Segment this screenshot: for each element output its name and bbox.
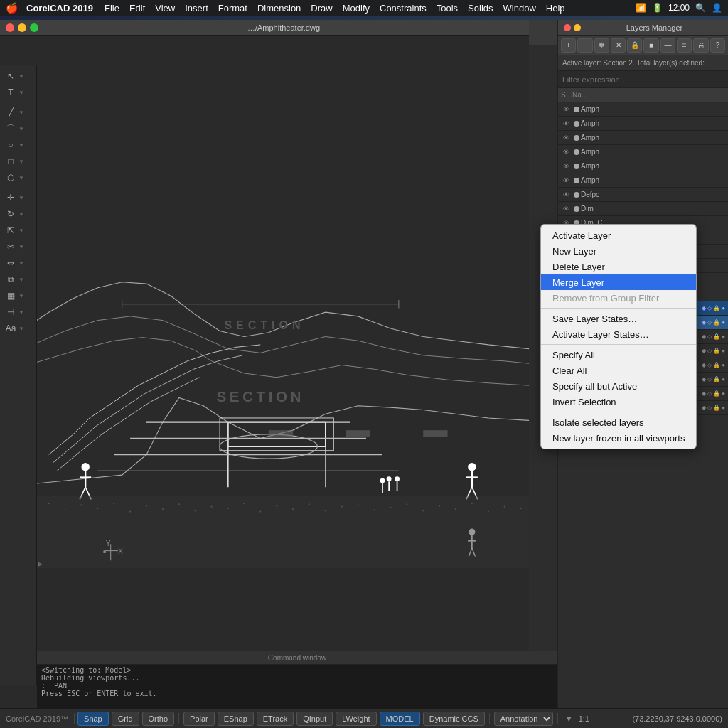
menu-insert[interactable]: Insert	[185, 3, 208, 14]
text-tool[interactable]: T	[3, 85, 18, 100]
polyline-dropdown[interactable]: ▼	[18, 170, 24, 186]
layers-close2-btn[interactable]: ✕	[611, 38, 626, 53]
ctx-clear-all[interactable]: Clear All	[541, 363, 696, 378]
menu-modify[interactable]: Modify	[343, 3, 370, 14]
move-tool[interactable]: ✛	[3, 190, 18, 205]
layer-row-defpc[interactable]: 👁 Defpc	[558, 188, 728, 202]
snap-button[interactable]: Snap	[77, 712, 109, 726]
layer-row-amph6[interactable]: 👁 Amph	[558, 173, 728, 188]
ctx-activate-layer[interactable]: Activate Layer	[541, 228, 696, 243]
menu-tools[interactable]: Tools	[437, 3, 458, 14]
ctx-isolate-selected-layers[interactable]: Isolate selected layers	[541, 414, 696, 430]
ctx-delete-layer[interactable]: Delete Layer	[541, 259, 696, 274]
scale-tool[interactable]: ⇱	[3, 223, 18, 238]
trim-tool[interactable]: ✂	[3, 239, 18, 255]
layers-help-btn[interactable]: ?	[710, 38, 725, 53]
layers-lineweight-btn[interactable]: ≡	[677, 38, 692, 53]
menu-file[interactable]: File	[105, 3, 119, 14]
ctx-remove-group-filter[interactable]: Remove from Group Filter	[541, 290, 696, 306]
text-dropdown[interactable]: ▼	[18, 85, 24, 100]
layer-row-amph5[interactable]: 👁 Amph	[558, 159, 728, 173]
menu-view[interactable]: View	[155, 3, 175, 14]
layers-min-btn[interactable]	[574, 24, 581, 31]
hatch-tool[interactable]: ▦	[3, 288, 18, 304]
layers-color-btn[interactable]: ■	[643, 38, 658, 53]
layer-row-dim[interactable]: 👁 Dim	[558, 202, 728, 216]
select-dropdown[interactable]: ▼	[18, 68, 24, 84]
layer-visibility-icon[interactable]: 👁	[561, 190, 571, 200]
layer-visibility-icon[interactable]: 👁	[561, 147, 571, 157]
grid-button[interactable]: Grid	[112, 712, 139, 726]
menu-help[interactable]: Help	[546, 3, 565, 14]
ctx-specify-all[interactable]: Specify All	[541, 347, 696, 363]
layer-row-amph2[interactable]: 👁 Amph	[558, 117, 728, 131]
menu-window[interactable]: Window	[503, 3, 536, 14]
dim-tool[interactable]: ⊣	[3, 304, 18, 320]
app-name-menu[interactable]: CorelCAD 2019	[26, 3, 93, 14]
polar-button[interactable]: Polar	[183, 712, 215, 726]
layers-freeze-btn[interactable]: ❄	[594, 38, 609, 53]
scale-dropdown[interactable]: ▼	[18, 223, 24, 238]
ctx-specify-all-but-active[interactable]: Specify all but Active	[541, 378, 696, 394]
ctx-merge-layer[interactable]: Merge Layer	[541, 274, 696, 290]
qinput-button[interactable]: QInput	[296, 712, 333, 726]
menu-constraints[interactable]: Constraints	[380, 3, 427, 14]
layer-visibility-icon[interactable]: 👁	[561, 161, 571, 171]
rotate-dropdown[interactable]: ▼	[18, 206, 24, 222]
polyline-tool[interactable]: ⬡	[3, 170, 18, 186]
etrack-button[interactable]: ETrack	[257, 712, 294, 726]
close-button[interactable]	[6, 23, 14, 32]
mirror-tool[interactable]: ⇔	[3, 255, 18, 271]
layer-visibility-icon[interactable]: 👁	[561, 176, 571, 186]
search-icon[interactable]: 🔍	[695, 3, 706, 13]
ctx-invert-selection[interactable]: Invert Selection	[541, 394, 696, 410]
ctx-new-layer[interactable]: New Layer	[541, 243, 696, 259]
minimize-button[interactable]	[18, 23, 26, 32]
line-tool[interactable]: ╱	[3, 105, 18, 120]
layer-row-amph3[interactable]: 👁 Amph	[558, 131, 728, 145]
rotate-tool[interactable]: ↻	[3, 206, 18, 222]
dim-dropdown[interactable]: ▼	[18, 304, 24, 320]
filter-input[interactable]	[558, 71, 728, 88]
layer-row-amph1[interactable]: 👁 Amph	[558, 102, 728, 117]
line-dropdown[interactable]: ▼	[18, 105, 24, 120]
circle-tool[interactable]: ○	[3, 137, 18, 153]
annotation-select[interactable]: Annotation	[494, 712, 553, 726]
offset-tool[interactable]: ⧉	[3, 272, 18, 287]
layer-row-amph4[interactable]: 👁 Amph	[558, 145, 728, 159]
select-tool[interactable]: ↖	[3, 68, 18, 84]
esnap-button[interactable]: ESnap	[218, 712, 254, 726]
ctx-new-layer-frozen[interactable]: New layer frozen in all viewports	[541, 430, 696, 446]
rect-tool[interactable]: □	[3, 154, 18, 169]
layer-visibility-icon[interactable]: 👁	[561, 133, 571, 143]
menu-dimension[interactable]: Dimension	[257, 3, 301, 14]
move-dropdown[interactable]: ▼	[18, 190, 24, 205]
rect-dropdown[interactable]: ▼	[18, 154, 24, 169]
apple-menu-icon[interactable]: 🍎	[6, 2, 18, 14]
ctx-activate-layer-states[interactable]: Activate Layer States…	[541, 326, 696, 342]
lweight-button[interactable]: LWeight	[336, 712, 376, 726]
text2-tool[interactable]: Aa	[3, 321, 18, 336]
drawing-area[interactable]: SECTION X Y	[0, 36, 529, 711]
layers-linetype-btn[interactable]: —	[660, 38, 675, 53]
menu-edit[interactable]: Edit	[129, 3, 145, 14]
layers-delete-btn[interactable]: −	[577, 38, 592, 53]
menu-draw[interactable]: Draw	[311, 3, 332, 14]
layers-lock-btn[interactable]: 🔒	[627, 38, 642, 53]
ortho-button[interactable]: Ortho	[142, 712, 175, 726]
arc-tool[interactable]: ⌒	[3, 121, 18, 136]
hatch-dropdown[interactable]: ▼	[18, 288, 24, 304]
trim-dropdown[interactable]: ▼	[18, 239, 24, 255]
model-button[interactable]: MODEL	[380, 712, 420, 726]
offset-dropdown[interactable]: ▼	[18, 272, 24, 287]
circle-dropdown[interactable]: ▼	[18, 137, 24, 153]
layers-close-btn[interactable]	[564, 24, 571, 31]
menu-solids[interactable]: Solids	[468, 3, 493, 14]
dynamic-ccs-button[interactable]: Dynamic CCS	[423, 712, 485, 726]
layer-visibility-icon[interactable]: 👁	[561, 204, 571, 214]
layers-new-btn[interactable]: +	[561, 38, 576, 53]
menu-format[interactable]: Format	[218, 3, 247, 14]
text2-dropdown[interactable]: ▼	[18, 321, 24, 336]
layers-print-btn[interactable]: 🖨	[693, 38, 708, 53]
maximize-button[interactable]	[30, 23, 38, 32]
